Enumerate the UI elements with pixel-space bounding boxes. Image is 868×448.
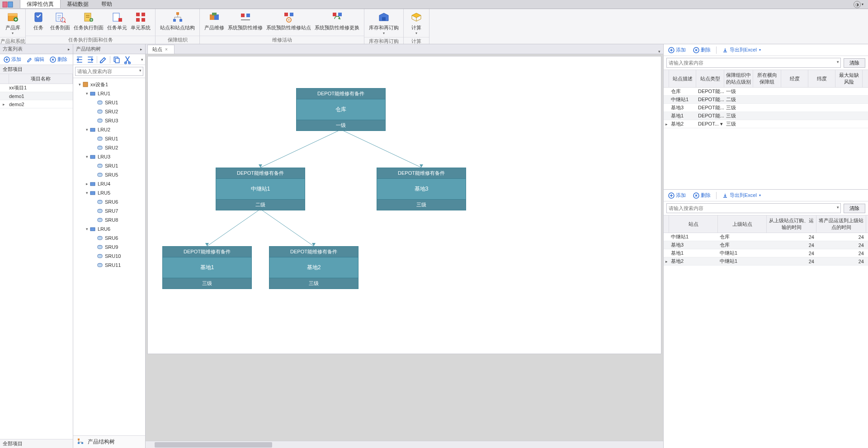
copy-icon[interactable] [112,55,121,64]
tree-node[interactable]: ▸LRU4 [74,179,144,188]
column-header[interactable]: 所在横向保障组 [753,70,781,87]
export-button[interactable]: 导出到Excel ▾ [720,191,763,200]
indent-left-icon[interactable] [75,55,84,64]
clear-button[interactable]: 清除 [844,58,865,68]
horizontal-scrollbar[interactable] [146,441,663,448]
diagram-node[interactable]: DEPOT能维修有备件基地3三级 [377,168,466,210]
tree-search-input[interactable] [75,67,143,76]
tree-node[interactable]: SRU10 [74,252,144,261]
ribbon-item-compute[interactable]: 计算▾ [406,10,426,36]
ribbon-item-task-unit[interactable]: 任务单元 [105,10,129,32]
ribbon-item-unit-sys[interactable]: 单元系统 [129,10,152,32]
export-button[interactable]: 导出到Excel ▾ [720,46,763,54]
tab-sites[interactable]: 站点 × [147,45,175,54]
ribbon-item-task[interactable]: 任务 [28,10,48,32]
tree-node[interactable]: SRU5 [74,170,144,179]
collapse-icon[interactable]: ▸ [68,47,70,51]
diagram-node[interactable]: DEPOT能维修有备件基地2三级 [269,246,359,289]
menu-tab-1[interactable]: 基础数据 [61,0,95,8]
table-row[interactable]: 基地1中继站12424 [664,249,868,257]
project-name-header[interactable]: 项目名称 [9,74,73,84]
tree-node[interactable]: SRU1 [74,161,144,170]
scrollbar-thumb[interactable] [155,442,272,448]
dropdown-icon[interactable]: ▾ [837,60,839,64]
ribbon-item-sys-prev-site[interactable]: 系统预防性维修站点 [264,10,313,32]
add-button[interactable]: 添加 [666,191,688,200]
project-row[interactable]: xx项目1 [0,84,73,92]
column-header[interactable]: 经度 [781,70,808,87]
delete-button[interactable]: 删除 [691,46,712,54]
table-row[interactable]: ▸基地2中继站12424 [664,257,868,266]
tree-node[interactable]: SRU6 [74,197,144,206]
menu-tab-2[interactable]: 帮助 [95,0,118,8]
relations-search-input[interactable] [666,203,841,213]
table-row[interactable]: 基地1DEPOT能...三级 [664,112,868,120]
tree-node[interactable]: SRU3 [74,116,144,125]
diagram-node[interactable]: DEPOT能维修有备件仓库一级 [296,88,386,131]
tree-toggle-icon[interactable]: ▾ [84,191,90,195]
help-dropdown-icon[interactable]: ▾ [862,2,863,6]
table-row[interactable]: 中继站1仓库2424 [664,233,868,241]
column-header[interactable]: 站点类型 [696,70,724,87]
tree-toggle-icon[interactable]: ▾ [77,82,82,87]
table-row[interactable]: 基地3DEPOT能...三级 [664,104,868,112]
project-row[interactable]: demo1 [0,92,73,100]
column-header[interactable]: 最大短缺风险 [835,70,863,87]
indent-right-icon[interactable] [86,55,95,64]
project-row[interactable]: ▸demo2 [0,100,73,108]
tree-toggle-icon[interactable]: ▸ [84,182,90,186]
column-header[interactable]: 纬度 [808,70,835,87]
close-icon[interactable]: × [165,47,168,52]
tree-node[interactable]: SRU6 [74,233,144,243]
add-button[interactable]: 添加 [2,55,23,64]
tree-node[interactable]: SRU1 [74,134,144,143]
ribbon-item-inventory[interactable]: 库存和再订购▾ [367,10,401,36]
ribbon-item-product-lib[interactable]: 产品库▾ [3,10,23,36]
canvas-scroll[interactable]: DEPOT能维修有备件仓库一级DEPOT能维修有备件中继站1二级DEPOT能维修… [146,54,663,441]
delete-button[interactable]: 删除 [691,191,712,200]
tree-toggle-icon[interactable]: ▾ [84,154,90,159]
column-header[interactable]: 将产品运送到上级站点的时间 [816,215,866,233]
collapse-icon[interactable]: ▸ [140,47,142,51]
column-header[interactable]: 保障组织中的站点级别 [724,70,753,87]
tree-node[interactable]: ▾LRU5 [74,188,144,197]
ribbon-item-task-exec[interactable]: 任务执行剖面 [72,10,105,32]
diagram-node[interactable]: DEPOT能维修有备件中继站1二级 [216,168,305,210]
column-header[interactable]: 从上级站点订购、运输的时间 [767,215,816,233]
ribbon-item-prod-maint[interactable]: 产品维修 [203,10,226,32]
tree-node[interactable]: SRU11 [74,261,144,270]
add-button[interactable]: 添加 [666,46,688,54]
dropdown-icon[interactable]: ▾ [837,205,839,210]
column-header[interactable]: 站点描述 [669,70,696,87]
toolbar-dropdown-icon[interactable]: ▾ [141,57,143,62]
ribbon-item-task-profile[interactable]: 任务剖面 [48,10,72,32]
column-header[interactable]: 站点 [669,215,718,233]
table-row[interactable]: 仓库DEPOT能...一级 [664,88,868,96]
tree-node[interactable]: SRU1 [74,98,144,107]
ribbon-item-sys-prev-repl[interactable]: 系统预防性维修更换 [313,10,361,32]
delete-button[interactable]: 删除 [48,55,69,64]
tree-toggle-icon[interactable]: ▾ [84,227,90,231]
ribbon-item-site-struct[interactable]: 站点和站点结构 [158,10,197,32]
tree-node[interactable]: SRU2 [74,107,144,116]
edit-button[interactable]: 编辑 [25,55,46,64]
clear-button[interactable]: 清除 [844,204,865,213]
tabs-dropdown-icon[interactable]: ▾ [658,49,660,54]
tree-node[interactable]: SRU2 [74,143,144,152]
tree-node[interactable]: SRU7 [74,206,144,215]
ribbon-item-sys-prev[interactable]: 系统预防性维修 [226,10,264,32]
tree-node[interactable]: ▾LRU1 [74,89,144,98]
tree-toggle-icon[interactable]: ▾ [84,127,90,132]
tree-node[interactable]: ▾xx设备1 [74,80,144,89]
tree-node[interactable]: SRU9 [74,243,144,252]
dropdown-icon[interactable]: ▾ [139,68,142,73]
tree-node[interactable]: ▾LRU6 [74,224,144,233]
tree-node[interactable]: SRU8 [74,215,144,224]
pencil-icon[interactable] [99,55,108,64]
diagram-node[interactable]: DEPOT能维修有备件基地1三级 [162,246,252,289]
menu-tab-0[interactable]: 保障性仿真 [20,0,61,8]
table-row[interactable]: 中继站1DEPOT能...二级 [664,96,868,104]
help-circle-icon[interactable]: ◑ [854,1,861,8]
diagram-canvas[interactable]: DEPOT能维修有备件仓库一级DEPOT能维修有备件中继站1二级DEPOT能维修… [147,56,661,354]
tree-bottom-tab[interactable]: 产品结构树 [73,435,145,448]
